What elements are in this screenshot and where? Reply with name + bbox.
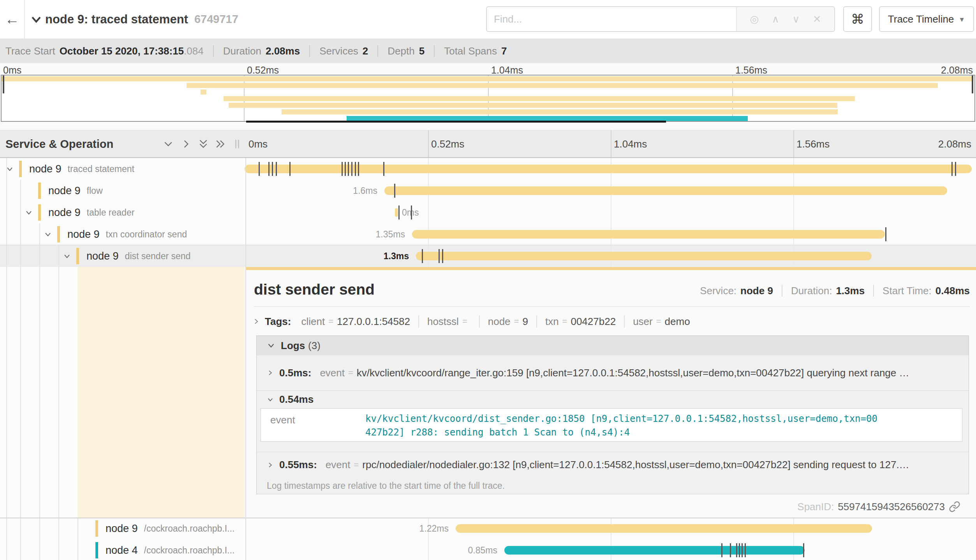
tag-value: 00427b22 <box>571 316 616 328</box>
gridline <box>793 130 794 157</box>
timeline-axis-tick: 1.56ms <box>796 130 830 158</box>
minimap-viewport-bar[interactable] <box>246 121 666 123</box>
minimap-axis-tick: 0.52ms <box>247 65 279 76</box>
top-navbar: ← node 9: traced statement 6749717 ◎ ∧ ∨… <box>0 0 976 39</box>
span-log-tick <box>736 543 737 557</box>
back-button[interactable]: ← <box>0 0 25 39</box>
minimap-canvas[interactable] <box>1 75 975 122</box>
close-icon[interactable]: ✕ <box>813 13 821 25</box>
service-color-stripe <box>57 226 60 242</box>
operation-name: /cockroach.roachpb.I... <box>144 523 235 534</box>
page-title: node 9: traced statement 6749717 <box>45 0 238 39</box>
span-row-name[interactable]: node 9/cockroach.roachpb.I... <box>95 518 245 539</box>
duration-value: 2.08ms <box>266 45 300 57</box>
service-value: node 9 <box>740 285 773 297</box>
service-name: node 9 <box>106 523 138 535</box>
tags-row[interactable]: Tags: client=127.0.0.1:54582hostssl=node… <box>252 311 690 332</box>
span-row-name[interactable]: node 9table reader <box>38 202 245 223</box>
span-duration-label: 1.6ms <box>353 180 377 202</box>
operation-name: traced statement <box>68 164 134 174</box>
span-log-tick <box>411 205 412 219</box>
log-timestamp: 0.55ms: <box>279 459 317 471</box>
tag-value: demo <box>665 316 690 328</box>
trace-start-ms: .084 <box>184 45 204 57</box>
duration-label: Duration: <box>791 285 832 297</box>
trace-minimap[interactable]: 0ms0.52ms1.04ms1.56ms2.08ms <box>0 63 976 130</box>
span-log-tick <box>730 543 731 557</box>
span-log-tick <box>745 543 746 557</box>
collapse-trace-chevron-icon[interactable] <box>30 13 43 26</box>
tag-value: 9 <box>522 316 528 328</box>
expanded-span-indent <box>78 267 245 518</box>
span-duration-bar[interactable] <box>416 252 872 260</box>
chevron-down-icon[interactable]: ∨ <box>792 13 800 25</box>
timeline-axis-tick: 1.04ms <box>614 130 647 158</box>
log-field-value: kv/kvclient/kvcoord/dist_sender.go:1850 … <box>365 409 877 441</box>
keyboard-shortcuts-button[interactable]: ⌘ <box>843 6 872 32</box>
log-entry-header[interactable]: 0.54ms <box>257 391 969 408</box>
span-id-row: SpanID: 5597415943526560273 <box>797 499 960 514</box>
service-name: node 9 <box>48 207 81 219</box>
row-collapse-chevron-icon[interactable] <box>62 251 72 261</box>
span-log-tick <box>442 249 443 263</box>
span-log-tick <box>439 249 440 263</box>
column-resizer[interactable] <box>235 140 241 148</box>
operation-name: dist sender send <box>125 251 191 262</box>
row-collapse-chevron-icon[interactable] <box>24 208 33 217</box>
minimap-right-scrubber[interactable] <box>972 75 973 93</box>
row-collapse-chevron-icon[interactable] <box>43 230 53 239</box>
span-row-name[interactable]: node 4/cockroach.roachpb.I... <box>95 539 245 560</box>
chevron-up-icon[interactable]: ∧ <box>772 13 779 25</box>
expand-one-icon[interactable] <box>181 139 192 149</box>
expand-all-icon[interactable] <box>215 139 226 149</box>
tag-key: txn <box>545 316 559 328</box>
span-detail-meta: Service: node 9 Duration: 1.3ms Start Ti… <box>700 281 970 300</box>
minimap-left-scrubber[interactable] <box>3 75 4 93</box>
span-row-name[interactable]: node 9flow <box>38 180 245 202</box>
span-duration-label: 1.22ms <box>419 518 449 539</box>
span-log-tick <box>739 543 740 557</box>
minimap-axis-tick: 2.08ms <box>941 65 973 76</box>
span-log-tick <box>289 162 291 176</box>
span-row-name[interactable]: node 9dist sender send <box>76 245 245 267</box>
view-selector-button[interactable]: Trace Timeline ▼ <box>879 6 974 32</box>
span-row-name[interactable]: node 9txn coordinator send <box>57 223 245 245</box>
span-duration-bar[interactable] <box>395 208 398 217</box>
start-time-value: 0.48ms <box>935 285 970 297</box>
collapse-one-icon[interactable] <box>163 139 174 149</box>
span-duration-bar[interactable] <box>412 230 885 239</box>
row-collapse-chevron-icon[interactable] <box>5 164 14 174</box>
span-duration-label: 1.3ms <box>384 245 409 267</box>
span-log-tick <box>276 162 277 176</box>
span-duration-bar[interactable] <box>504 546 805 555</box>
span-detail-title: dist sender send <box>254 281 375 298</box>
services-label: Services <box>319 45 358 57</box>
span-row-name[interactable]: node 9traced statement <box>19 158 245 180</box>
minimap-span-bar <box>224 96 855 101</box>
find-input[interactable] <box>487 7 736 31</box>
start-time-label: Start Time: <box>883 285 932 297</box>
span-log-tick <box>383 162 384 176</box>
collapse-all-icon[interactable] <box>198 139 209 149</box>
span-duration-bar[interactable] <box>384 186 947 195</box>
timeline-axis-tick: 0.52ms <box>431 130 464 158</box>
divider <box>0 518 976 518</box>
logs-label: Logs <box>281 340 305 352</box>
log-entry[interactable]: 0.55ms: event = rpc/nodedialer/nodediale… <box>257 452 969 477</box>
target-icon[interactable]: ◎ <box>750 13 759 25</box>
trace-id: 6749717 <box>194 13 238 26</box>
gridline <box>428 130 429 157</box>
tag-value: 127.0.0.1:54582 <box>337 316 410 328</box>
logs-header[interactable]: Logs (3) <box>257 336 969 355</box>
span-log-tick <box>394 184 395 198</box>
span-log-tick <box>721 543 722 557</box>
log-entry[interactable]: 0.5ms: event = kv/kvclient/kvcoord/range… <box>257 355 969 391</box>
span-log-tick <box>885 227 886 241</box>
span-detail-panel: dist sender send Service: node 9 Duratio… <box>245 270 976 518</box>
log-value: kv/kvclient/kvcoord/range_iter.go:159 [n… <box>357 367 909 379</box>
minimap-span-bar <box>201 90 206 95</box>
span-duration-label: 0ms <box>402 202 419 223</box>
link-icon[interactable] <box>949 501 960 513</box>
span-duration-bar[interactable] <box>456 524 872 533</box>
span-duration-bar[interactable] <box>245 165 972 173</box>
